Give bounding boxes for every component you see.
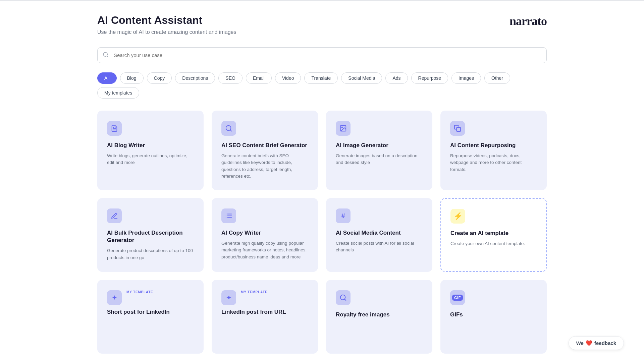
filter-tab-repurpose[interactable]: Repurpose (411, 72, 448, 84)
svg-line-1 (107, 56, 108, 57)
cards-row2-card-1[interactable]: AI Copy WriterGenerate high quality copy… (212, 198, 318, 272)
filter-tab-copy[interactable]: Copy (147, 72, 172, 84)
filter-tab-other[interactable]: Other (484, 72, 510, 84)
feedback-label-text: feedback (594, 340, 616, 346)
logo: narrato (509, 14, 547, 28)
filter-tab-ads[interactable]: Ads (385, 72, 408, 84)
card-title: AI Bulk Product Description Generator (107, 229, 194, 244)
cards-row2-card-0[interactable]: AI Bulk Product Description GeneratorGen… (97, 198, 204, 272)
card-title: Create an AI template (450, 230, 537, 237)
filter-tab-images[interactable]: Images (451, 72, 481, 84)
cards-row1-card-2[interactable]: AI Image GeneratorGenerate images based … (326, 111, 432, 190)
cards-row1-card-0[interactable]: AI Blog WriterWrite blogs, generate outl… (97, 111, 204, 190)
card-title: AI Image Generator (336, 142, 423, 149)
card-desc: Generate content briefs with SEO guideli… (221, 153, 308, 180)
svg-line-5 (230, 130, 231, 131)
card-title: Short post for LinkedIn (107, 308, 194, 316)
svg-point-7 (341, 127, 342, 128)
filter-tab-seo[interactable]: SEO (218, 72, 243, 84)
card-title: Royalty free images (336, 311, 423, 318)
header-left: AI Content Assistant Use the magic of AI… (97, 14, 236, 35)
card-title: AI Blog Writer (107, 142, 194, 149)
cards-grid-row3: ✦MY TEMPLATEShort post for LinkedIn✦MY T… (97, 280, 547, 354)
card-desc: Write blogs, generate outlines, optimize… (107, 153, 194, 166)
filter-tab-my_templates[interactable]: My templates (97, 87, 139, 99)
filter-tab-all[interactable]: All (97, 72, 117, 84)
cards-row1-card-3[interactable]: AI Content RepurposingRepurpose videos, … (440, 111, 547, 190)
card-desc: Generate images based on a description a… (336, 153, 423, 166)
cards-row3-card-3[interactable]: GIFGIFs (440, 280, 547, 354)
cards-row3-card-2[interactable]: Royalty free images (326, 280, 432, 354)
filter-tab-blog[interactable]: Blog (120, 72, 144, 84)
card-desc: Generate high quality copy using popular… (221, 240, 308, 260)
filter-tab-video[interactable]: Video (275, 72, 301, 84)
card-title: GIFs (450, 311, 537, 318)
cards-row3-card-0[interactable]: ✦MY TEMPLATEShort post for LinkedIn (97, 280, 204, 354)
cards-row2-card-2[interactable]: #AI Social Media ContentCreate social po… (326, 198, 432, 272)
filter-tab-descriptions[interactable]: Descriptions (175, 72, 215, 84)
svg-line-16 (344, 299, 346, 300)
filter-tab-email[interactable]: Email (246, 72, 272, 84)
filter-tab-translate[interactable]: Translate (304, 72, 338, 84)
search-input[interactable] (97, 47, 547, 63)
search-icon (103, 52, 109, 59)
cards-grid-row1: AI Blog WriterWrite blogs, generate outl… (97, 111, 547, 190)
filter-tabs: AllBlogCopyDescriptionsSEOEmailVideoTran… (97, 72, 547, 99)
page-subtitle: Use the magic of AI to create amazing co… (97, 29, 236, 35)
cards-row2-card-3[interactable]: ⚡Create an AI templateCreate your own AI… (440, 198, 547, 272)
card-desc: Generate product descriptions of up to 1… (107, 247, 194, 261)
card-desc: Repurpose videos, podcasts, docs, webpag… (450, 153, 537, 173)
card-desc: Create your own AI content template. (450, 240, 537, 247)
page-header: AI Content Assistant Use the magic of AI… (97, 14, 547, 35)
filter-tab-social_media[interactable]: Social Media (341, 72, 382, 84)
feedback-heart-icon: ❤️ (586, 340, 592, 346)
card-title: AI SEO Content Brief Generator (221, 142, 308, 149)
cards-row1-card-1[interactable]: AI SEO Content Brief GeneratorGenerate c… (212, 111, 318, 190)
card-title: AI Copy Writer (221, 229, 308, 237)
feedback-button[interactable]: We ❤️ feedback (569, 336, 624, 350)
svg-rect-8 (457, 127, 461, 131)
card-title: AI Social Media Content (336, 229, 423, 237)
card-title: LinkedIn post from URL (221, 308, 308, 316)
card-title: AI Content Repurposing (450, 142, 537, 149)
card-desc: Create social posts with AI for all soci… (336, 240, 423, 254)
page-title: AI Content Assistant (97, 14, 236, 26)
feedback-label-we: We (576, 340, 584, 346)
search-container (97, 47, 547, 63)
cards-grid-row2: AI Bulk Product Description GeneratorGen… (97, 198, 547, 272)
cards-row3-card-1[interactable]: ✦MY TEMPLATELinkedIn post from URL (212, 280, 318, 354)
